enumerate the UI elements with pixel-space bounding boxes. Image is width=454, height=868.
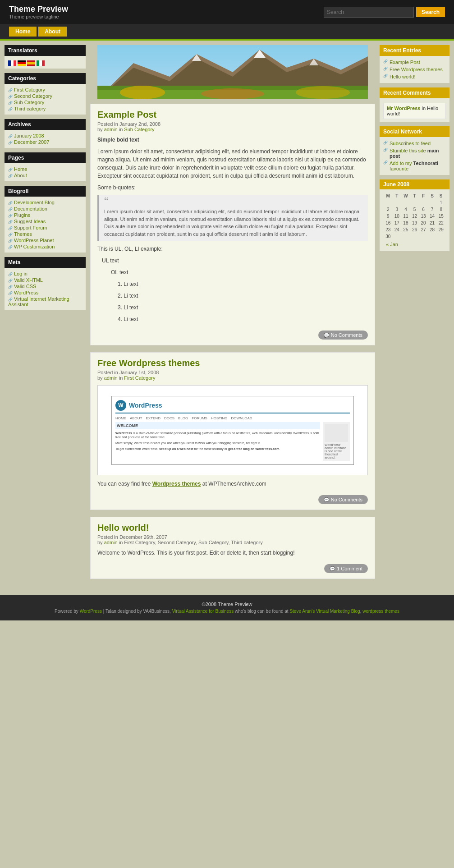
- blogroll-wp-custom[interactable]: WP Customization: [8, 243, 82, 250]
- blogroll-docs[interactable]: Documentation: [8, 206, 82, 212]
- meta-wordpress[interactable]: WordPress: [8, 289, 82, 296]
- post-text-3: Welcome to WordPress. This is your first…: [97, 549, 368, 557]
- recent-entry-3[interactable]: Hello world!: [383, 73, 446, 80]
- footer-wp-link[interactable]: WordPress: [80, 609, 102, 614]
- li-item-3: 3. Li text: [118, 303, 368, 312]
- recent-comments-title: Recent Comments: [380, 87, 449, 98]
- meta-xhtml[interactable]: Valid XHTML: [8, 277, 82, 283]
- post-meta-3: Posted in December 26th, 2007 by admin i…: [97, 534, 368, 545]
- wp-themes-link[interactable]: Wordpress themes: [152, 481, 201, 487]
- category-sub[interactable]: Sub Category: [8, 99, 82, 106]
- search-form: Search: [324, 7, 445, 18]
- category-first[interactable]: First Category: [8, 87, 82, 93]
- site-title: Theme Preview: [9, 5, 68, 14]
- bquotes-label: Some b-quotes:: [97, 184, 368, 192]
- comment-btn-2[interactable]: No Comments: [318, 495, 368, 504]
- category-third[interactable]: Third category: [8, 106, 82, 112]
- post-footer-3: 1 Comment: [97, 560, 368, 573]
- meta-login[interactable]: Log in: [8, 271, 82, 277]
- archive-dec-2007[interactable]: December 2007: [8, 139, 82, 145]
- nav-about[interactable]: About: [38, 27, 67, 37]
- post-author-3[interactable]: admin: [104, 540, 118, 545]
- post-body-2: You can easy find free Wordpress themes …: [97, 480, 368, 488]
- categories-content: First Category Second Category Sub Categ…: [5, 84, 86, 115]
- flag-german[interactable]: [18, 60, 26, 66]
- post-body-3: Welcome to WordPress. This is your first…: [97, 549, 368, 557]
- post-body-1: Simple bold text Lorem ipsum dolor sit a…: [97, 136, 368, 323]
- recent-comment-item: Mr WordPress in Hello world!: [383, 103, 446, 119]
- post-meta-1: Posted in January 2nd, 2008 by admin in …: [97, 121, 368, 132]
- li-item-4: 4. Li text: [118, 315, 368, 323]
- cal-th-t: T: [393, 193, 401, 199]
- social-subscribe[interactable]: Subscribes to feed: [383, 140, 446, 147]
- footer-virtual[interactable]: Virtual Assistance for Business: [172, 609, 234, 614]
- cal-row-5: 23242526272829: [384, 227, 445, 233]
- cal-row-1: 1: [384, 200, 445, 206]
- widget-recent-comments: Recent Comments Mr WordPress in Hello wo…: [380, 87, 449, 122]
- post-example: Example Post Posted in January 2nd, 2008…: [90, 104, 375, 345]
- calendar-content: M T W T F S S 1: [380, 189, 449, 251]
- post-author-1[interactable]: admin: [104, 127, 118, 132]
- footer-steve[interactable]: Steve Arun's Virtual Marketing Blog: [289, 609, 360, 614]
- quote-mark-icon: “: [104, 199, 362, 205]
- sidebar-left: Translators Categories First Category Se…: [5, 45, 86, 586]
- archive-jan-2008[interactable]: January 2008: [8, 133, 82, 139]
- blogroll-themes[interactable]: Themes: [8, 231, 82, 237]
- comment-btn-1[interactable]: No Comments: [318, 331, 368, 340]
- widget-calendar: June 2008 M T W T F S S: [380, 179, 449, 251]
- blogroll-plugins[interactable]: Plugins: [8, 212, 82, 218]
- footer-powered: Powered by: [55, 609, 78, 614]
- nav-home[interactable]: Home: [9, 27, 37, 37]
- recent-entries-title: Recent Entries: [380, 45, 449, 56]
- wp-brand-name: WordPress: [129, 402, 162, 409]
- recent-entry-2[interactable]: Free Wordpress themes: [383, 66, 446, 73]
- footer-wp-themes[interactable]: wordpress themes: [362, 609, 399, 614]
- post-cats-3: First Category, Second Category, Sub Cat…: [124, 540, 262, 545]
- page-home[interactable]: Home: [8, 166, 82, 172]
- footer-whos: who's blog can be found at: [235, 609, 289, 614]
- meta-vima[interactable]: Virtual Internet Marketing Assistant: [8, 296, 82, 308]
- categories-title: Categories: [5, 73, 86, 84]
- footer: ©2008 Theme Preview Powered by WordPress…: [0, 595, 454, 620]
- cal-th-t2: T: [411, 193, 419, 199]
- flag-row: [8, 60, 82, 66]
- cal-row-3: 9101112131415: [384, 213, 445, 219]
- comment-btn-3[interactable]: 1 Comment: [324, 564, 368, 573]
- blockquote-text-1: Lorem ipsum dolor sit amet, consectetur …: [104, 209, 359, 237]
- post-cat-1[interactable]: Sub Category: [124, 127, 154, 132]
- recent-entry-1[interactable]: Example Post: [383, 59, 446, 66]
- meta-css[interactable]: Valid CSS: [8, 283, 82, 289]
- search-button[interactable]: Search: [416, 7, 445, 17]
- post-hello-world: Hello world! Posted in December 26th, 20…: [90, 517, 375, 579]
- post-title-3: Hello world!: [97, 523, 368, 533]
- post-cat-2[interactable]: First Category: [124, 375, 155, 381]
- list-examples: UL text OL text 1. Li text 2. Li text 3.…: [102, 257, 368, 323]
- wp-left-col: WELCOME WordPress is a state-of-the-art …: [115, 422, 320, 461]
- wp-screenshot: W WordPress HOME ABOUT EXTEND DOCS BLOG …: [97, 385, 368, 475]
- calendar-nav[interactable]: « Jan: [383, 240, 446, 248]
- search-input[interactable]: [324, 7, 414, 18]
- blogroll-wp-planet[interactable]: WordPress Planet: [8, 237, 82, 243]
- recent-comments-content: Mr WordPress in Hello world!: [380, 98, 449, 122]
- meta-content: Log in Valid XHTML Valid CSS WordPress V…: [5, 268, 86, 310]
- translators-content: [5, 56, 86, 69]
- social-stumble[interactable]: Stumble this site main post: [383, 147, 446, 160]
- widget-blogroll: Blogroll Development Blog Documentation …: [5, 186, 86, 253]
- post-meta-2: Posted in January 1st, 2008 by admin in …: [97, 370, 368, 381]
- flag-italian[interactable]: [37, 60, 45, 66]
- post-footer-2: No Comments: [97, 491, 368, 504]
- flag-spanish[interactable]: [27, 60, 35, 66]
- archives-content: January 2008 December 2007: [5, 130, 86, 148]
- cal-th-w: W: [402, 193, 410, 199]
- category-second[interactable]: Second Category: [8, 93, 82, 99]
- flag-french[interactable]: [8, 60, 16, 66]
- post-author-2[interactable]: admin: [104, 375, 118, 381]
- cal-row-4: 16171819202122: [384, 220, 445, 226]
- bold-heading: Simple bold text: [97, 137, 139, 143]
- blogroll-dev[interactable]: Development Blog: [8, 199, 82, 206]
- blogroll-support[interactable]: Support Forum: [8, 225, 82, 231]
- social-technorati[interactable]: Add to my Technorati favourite: [383, 160, 446, 172]
- page-about[interactable]: About: [8, 172, 82, 179]
- blogroll-suggest[interactable]: Suggest Ideas: [8, 218, 82, 225]
- post-body-text-1: Lorem ipsum dolor sit amet, consectetur …: [97, 147, 368, 180]
